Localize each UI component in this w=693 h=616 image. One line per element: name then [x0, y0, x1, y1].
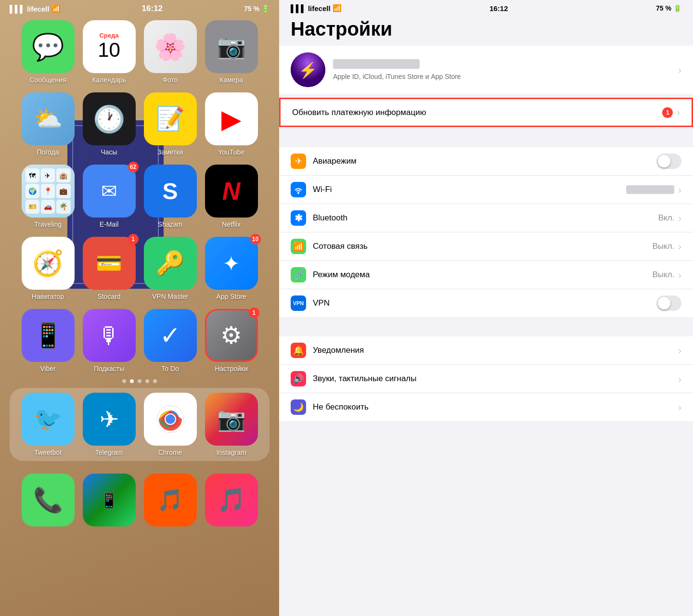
app-weather[interactable]: ⛅ Погода: [20, 92, 76, 156]
app-youtube[interactable]: ▶ YouTube: [204, 92, 259, 156]
update-payment-chevron: ›: [677, 107, 680, 118]
app-label-weather: Погода: [37, 148, 59, 156]
alerts-section: 🔔 Уведомления › 🔊 Звуки, тактильные сигн…: [279, 336, 693, 421]
bottom-soundcloud[interactable]: 🎵: [142, 474, 198, 526]
app-icon-netflix: N: [205, 165, 258, 218]
dot-4: [145, 379, 149, 383]
dock-instagram[interactable]: 📷 Instagram: [204, 393, 259, 456]
dot-2: [130, 379, 134, 383]
bottom-social[interactable]: 📱: [81, 474, 137, 526]
battery-pct-left: 75 %: [244, 5, 259, 13]
app-label-photos: Фото: [162, 76, 178, 84]
dnd-chevron: ›: [678, 402, 681, 413]
app-photos[interactable]: 🌸 Фото: [142, 20, 198, 84]
carrier-signal-right: ▌▌▌ lifecell 📶: [291, 4, 342, 13]
app-calendar[interactable]: Среда 10 Календарь: [81, 20, 137, 84]
appstore-badge: 10: [250, 234, 261, 244]
cellular-chevron: ›: [678, 241, 681, 252]
app-label-traveling: Traveling: [34, 220, 62, 228]
app-navigator[interactable]: 🧭 Навигатор: [20, 237, 76, 300]
app-todo[interactable]: ✓ To Do: [142, 309, 198, 372]
dock-chrome[interactable]: Chrome: [142, 393, 198, 456]
carrier-signal-left: ▌▌▌ lifecell 📶: [10, 4, 61, 13]
app-notes[interactable]: 📝 Заметки: [142, 92, 198, 156]
wifi-value-bar: [626, 185, 674, 194]
app-settings[interactable]: ⚙ 1 Настройки: [204, 309, 259, 372]
signal-bars-left: ▌▌▌: [10, 5, 25, 13]
bluetooth-row[interactable]: ✱ Bluetooth Вкл. ›: [279, 204, 693, 232]
dock-telegram[interactable]: ✈ Telegram: [81, 393, 137, 456]
hotspot-value: Выкл.: [652, 270, 674, 280]
app-label-clock: Часы: [101, 148, 117, 156]
profile-subtitle: Apple ID, iCloud, iTunes Store и App Sto…: [333, 73, 670, 80]
cellular-value: Выкл.: [652, 242, 674, 251]
app-label-appstore: App Store: [216, 293, 246, 300]
dot-3: [138, 379, 141, 383]
vpn-row[interactable]: VPN VPN: [279, 289, 693, 317]
notifications-row[interactable]: 🔔 Уведомления ›: [279, 336, 693, 365]
app-shazam[interactable]: S Shazam: [142, 165, 198, 228]
airplane-label: Авиарежим: [313, 156, 656, 166]
app-email[interactable]: ✉ 62 E-Mail: [81, 165, 137, 228]
sounds-row[interactable]: 🔊 Звуки, тактильные сигналы ›: [279, 365, 693, 393]
app-traveling[interactable]: 🗺 ✈ 🏨 🌍 📍 💼 🎫 🚗 🌴 Traveling: [20, 165, 76, 228]
signal-bars-right: ▌▌▌: [291, 4, 306, 13]
app-label-netflix: Netflix: [222, 220, 241, 228]
app-viber[interactable]: 📱 Viber: [20, 309, 76, 372]
app-messages[interactable]: 💬 Сообщения: [20, 20, 76, 84]
bluetooth-value: Вкл.: [658, 213, 675, 223]
profile-name-bar: [333, 59, 420, 69]
update-payment-row[interactable]: Обновить платежную информацию 1 ›: [279, 98, 693, 127]
status-bar-left: ▌▌▌ lifecell 📶 16:12 75 % 🔋: [0, 0, 279, 15]
update-payment-badge: 1: [662, 107, 673, 118]
update-payment-text: Обновить платежную информацию: [292, 108, 662, 117]
app-label-email: E-Mail: [100, 220, 119, 228]
bottom-phone[interactable]: 📞: [20, 474, 76, 526]
app-clock[interactable]: 🕐 Часы: [81, 92, 137, 156]
dock-icon-chrome: [144, 393, 197, 446]
hotspot-row[interactable]: 🔗 Режим модема Выкл. ›: [279, 261, 693, 289]
dock-icon-instagram: 📷: [205, 393, 258, 446]
app-camera[interactable]: 📷 Камера: [204, 20, 259, 84]
app-vpnmaster[interactable]: 🔑 VPN Master: [142, 237, 198, 300]
app-icon-podcasts: 🎙: [83, 309, 136, 362]
app-podcasts[interactable]: 🎙 Подкасты: [81, 309, 137, 372]
profile-info: Apple ID, iCloud, iTunes Store и App Sto…: [333, 59, 670, 80]
dock-icon-tweetbot: 🐦: [22, 393, 75, 446]
wifi-row[interactable]: Wi-Fi ›: [279, 176, 693, 204]
app-label-youtube: YouTube: [218, 148, 244, 156]
dock-tweetbot[interactable]: 🐦 Tweetbot: [20, 393, 76, 456]
dnd-icon: 🌙: [291, 399, 306, 415]
airplane-row[interactable]: ✈ Авиарежим: [279, 147, 693, 176]
sounds-icon: 🔊: [291, 371, 306, 386]
app-stocard[interactable]: 💳 1 Stocard: [81, 237, 137, 300]
wifi-chevron: ›: [678, 184, 681, 195]
app-icon-camera: 📷: [205, 20, 258, 73]
app-label-settings: Настройки: [215, 365, 248, 372]
app-label-viber: Viber: [40, 365, 55, 372]
bottom-icon-phone: 📞: [22, 474, 75, 526]
vpn-icon: VPN: [291, 295, 306, 311]
app-netflix[interactable]: N Netflix: [204, 165, 259, 228]
profile-row[interactable]: ⚡ Apple ID, iCloud, iTunes Store и App S…: [279, 46, 693, 94]
vpn-toggle[interactable]: [656, 295, 681, 311]
app-icon-notes: 📝: [144, 92, 197, 145]
cellular-label: Сотовая связь: [313, 242, 652, 251]
app-appstore[interactable]: ✦ 10 App Store: [204, 237, 259, 300]
dnd-row[interactable]: 🌙 Не беспокоить ›: [279, 393, 693, 421]
battery-area-right: 75 % 🔋: [656, 4, 681, 12]
cellular-row[interactable]: 📶 Сотовая связь Выкл. ›: [279, 232, 693, 261]
airplane-toggle[interactable]: [656, 154, 681, 169]
bottom-music[interactable]: 🎵: [204, 474, 259, 526]
bottom-icon-social: 📱: [83, 474, 136, 526]
app-label-calendar: Календарь: [92, 76, 126, 84]
hotspot-icon: 🔗: [291, 267, 306, 282]
settings-badge: 1: [249, 308, 259, 318]
app-label-vpnmaster: VPN Master: [152, 293, 188, 300]
app-icon-todo: ✓: [144, 309, 197, 362]
stocard-badge: 1: [128, 234, 139, 244]
carrier-right: lifecell: [308, 4, 331, 13]
carrier-left: lifecell: [27, 5, 50, 13]
settings-title: Настройки: [279, 14, 693, 46]
bottom-icon-music: 🎵: [205, 474, 258, 526]
